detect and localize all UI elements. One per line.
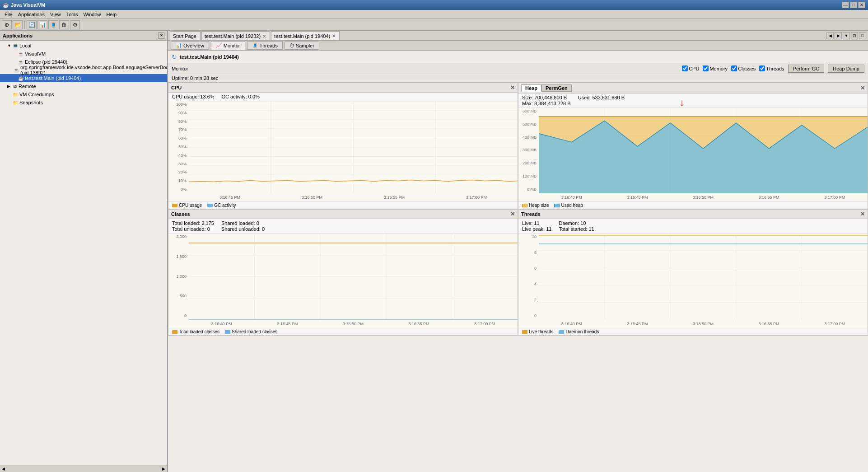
- cpu-x-1: 3:16:45 PM: [219, 195, 240, 200]
- cpu-x-3: 3:16:55 PM: [384, 195, 405, 200]
- heap-dump-button[interactable]: Heap Dump: [828, 65, 864, 73]
- toolbar-heap[interactable]: 📊: [37, 20, 47, 29]
- menu-item-applications[interactable]: Applications: [15, 11, 47, 18]
- tab-sampler[interactable]: ⏱ Sampler: [285, 42, 319, 50]
- shared-unloaded-value: Shared unloaded: 0: [221, 226, 265, 232]
- total-unloaded-value: Total unloaded: 0: [172, 226, 214, 232]
- perform-gc-button[interactable]: Perform GC: [788, 65, 825, 73]
- heap-tab[interactable]: Heap: [521, 84, 541, 92]
- tree-icon-0: 💻: [13, 43, 18, 48]
- threads-checkbox[interactable]: [759, 65, 765, 71]
- toolbar-open[interactable]: 📂: [13, 20, 23, 29]
- tree-item-5[interactable]: ▶🖥Remote: [0, 82, 167, 90]
- heap-legend-color-1: [522, 204, 527, 207]
- classes-chart-area: 2,000 1,500 1,000 500 0: [168, 234, 518, 328]
- heap-chart-header: Heap PermGen ✕: [518, 83, 868, 93]
- tab-nav: ◀ ▶ ▼ ⊡ □: [826, 32, 866, 40]
- tab-pid-19404-label: test.test.Main (pid 19404): [274, 33, 330, 39]
- tab-pid-19404-close[interactable]: ✕: [332, 33, 336, 38]
- tab-pid-19232-close[interactable]: ✕: [262, 34, 266, 39]
- menu-item-view[interactable]: View: [47, 11, 64, 18]
- classes-y-axis: 2,000 1,500 1,000 500 0: [168, 234, 189, 319]
- menu-item-file[interactable]: File: [2, 11, 15, 18]
- tab-threads[interactable]: 🧵 Threads: [247, 41, 283, 50]
- heap-legend-item-1: Heap size: [522, 203, 549, 208]
- applications-close-button[interactable]: ✕: [158, 33, 164, 39]
- tab-overview[interactable]: 📊 Overview: [171, 41, 209, 50]
- heap-chart-panel: Heap PermGen ✕ ↓ Size: 700,448,800 B Max…: [518, 83, 868, 209]
- toolbar-gc[interactable]: 🗑: [59, 20, 69, 29]
- memory-checkbox[interactable]: [703, 65, 709, 71]
- menu-item-window[interactable]: Window: [80, 11, 103, 18]
- tree-item-7[interactable]: 📁Snapshots: [0, 98, 167, 107]
- cpu-legend-label-2: GC activity: [214, 203, 236, 208]
- tab-monitor[interactable]: 📈 Monitor: [211, 41, 245, 50]
- tab-pid-19404[interactable]: test.test.Main (pid 19404) ✕: [271, 31, 340, 40]
- heap-x-3: 3:16:55 PM: [759, 195, 779, 200]
- classes-checkbox-label[interactable]: Classes: [731, 65, 756, 71]
- threads-checkbox-label[interactable]: Threads: [759, 65, 784, 71]
- threads-y-2: 2: [518, 298, 538, 302]
- cpu-checkbox-label[interactable]: CPU: [682, 65, 699, 71]
- applications-tree: ▼💻Local☕VisualVM☕Eclipse (pid 29440)☕org…: [0, 41, 167, 465]
- heap-x-axis: 3:16:40 PM 3:16:45 PM 3:16:50 PM 3:16:55…: [539, 193, 868, 201]
- menu-item-tools[interactable]: Tools: [64, 11, 81, 18]
- tab-start-page[interactable]: Start Page: [170, 31, 201, 40]
- classes-legend-label-1: Total loaded classes: [179, 329, 219, 334]
- overview-icon: 📊: [176, 42, 182, 48]
- classes-checkbox[interactable]: [731, 65, 737, 71]
- tree-icon-3: ☕: [14, 68, 19, 73]
- cpu-x-axis: 3:16:45 PM 3:16:50 PM 3:16:55 PM 3:17:00…: [189, 193, 518, 201]
- threads-y-6: 6: [518, 266, 538, 271]
- applications-panel-buttons: ✕: [158, 33, 164, 39]
- tab-pid-19232[interactable]: test.test.Main (pid 19232) ✕: [201, 31, 270, 40]
- y-90: 90%: [168, 111, 188, 115]
- scroll-right-arrow[interactable]: ▶: [162, 467, 165, 471]
- tab-nav-menu[interactable]: ▼: [843, 32, 850, 39]
- heap-chart-close[interactable]: ✕: [860, 85, 865, 91]
- tab-maximize[interactable]: □: [859, 32, 866, 39]
- tree-item-3[interactable]: ☕org.springframework.ide.vscode.boot.app…: [0, 66, 167, 74]
- toolbar-thread[interactable]: 🧵: [48, 20, 58, 29]
- classes-y-500: 500: [168, 294, 188, 298]
- scroll-left-arrow[interactable]: ◀: [2, 467, 5, 471]
- classes-legend-item-2: Shared loaded classes: [225, 329, 277, 334]
- y-40: 40%: [168, 153, 188, 158]
- cpu-chart-area: 100% 90% 80% 70% 60% 50% 40% 30% 20% 10%…: [168, 101, 518, 201]
- tree-label-4: test.test.Main (pid 19404): [25, 75, 81, 81]
- cpu-checkbox[interactable]: [682, 65, 688, 71]
- heap-x-1: 3:16:45 PM: [627, 195, 648, 200]
- classes-chart-svg: [189, 234, 518, 320]
- tree-label-7: Snapshots: [19, 100, 43, 105]
- cpu-label: CPU: [689, 66, 699, 71]
- tree-item-1[interactable]: ☕VisualVM: [0, 50, 167, 58]
- threads-legend-label-2: Daemon threads: [565, 329, 599, 334]
- tree-expander-0: ▼: [7, 43, 12, 48]
- heap-legend-label-2: Used heap: [561, 203, 583, 208]
- minimize-button[interactable]: —: [842, 2, 849, 8]
- toolbar-new[interactable]: ⊕: [2, 20, 12, 29]
- tab-pid-19232-label: test.test.Main (pid 19232): [205, 33, 261, 39]
- threads-chart-close[interactable]: ✕: [860, 211, 865, 217]
- tab-restore[interactable]: ⊡: [851, 32, 858, 39]
- daemon-value: Daemon: 10: [559, 220, 594, 226]
- heap-chart-stats: Size: 700,448,800 B Max: 8,384,413,728 B…: [518, 93, 868, 108]
- threads-x-axis: 3:16:40 PM 3:16:45 PM 3:16:50 PM 3:16:55…: [539, 320, 868, 328]
- menu-item-help[interactable]: Help: [104, 11, 120, 18]
- cpu-legend-item-2: GC activity: [207, 203, 236, 208]
- classes-x-3: 3:16:55 PM: [409, 322, 429, 326]
- tab-nav-right[interactable]: ▶: [835, 32, 842, 39]
- cpu-chart-close[interactable]: ✕: [510, 84, 515, 91]
- tree-item-0[interactable]: ▼💻Local: [0, 42, 167, 50]
- tree-item-6[interactable]: 📁VM Coredumps: [0, 90, 167, 98]
- tab-nav-left[interactable]: ◀: [826, 32, 834, 39]
- close-button[interactable]: ✕: [858, 2, 865, 8]
- classes-legend-label-2: Shared loaded classes: [232, 329, 277, 334]
- memory-checkbox-label[interactable]: Memory: [703, 65, 728, 71]
- classes-chart-close[interactable]: ✕: [510, 211, 515, 217]
- permgen-tab[interactable]: PermGen: [541, 84, 572, 92]
- toolbar-refresh[interactable]: 🔄: [27, 20, 37, 29]
- monitor-controls: CPU Memory Classes Threads Perform GC: [682, 65, 864, 73]
- maximize-button[interactable]: □: [850, 2, 857, 8]
- toolbar-settings[interactable]: ⚙: [70, 20, 80, 29]
